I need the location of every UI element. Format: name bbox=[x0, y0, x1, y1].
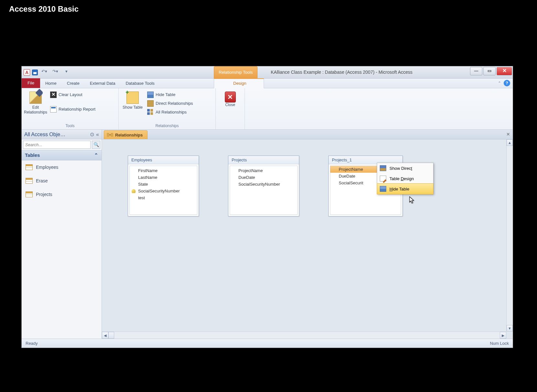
nav-group-label: Tables bbox=[25, 152, 40, 158]
nav-collapse-icon[interactable]: « bbox=[96, 132, 99, 137]
nav-item-projects[interactable]: Projects bbox=[22, 188, 102, 201]
context-menu-table-design[interactable]: Table Design bbox=[377, 173, 433, 184]
show-table-label: Show Table bbox=[123, 105, 143, 110]
field-item[interactable]: FirstName bbox=[130, 167, 197, 174]
table-icon bbox=[26, 191, 33, 197]
create-tab[interactable]: Create bbox=[62, 79, 85, 88]
field-item-key[interactable]: SocialSecurityNumber bbox=[130, 188, 197, 194]
scroll-right-button[interactable]: ▶ bbox=[500, 332, 506, 339]
status-right: Num Lock bbox=[490, 341, 509, 346]
redo-button[interactable]: ↷▾ bbox=[51, 69, 60, 76]
ribbon-tabs: File Home Create External Data Database … bbox=[22, 79, 513, 88]
direct-relationships-icon bbox=[147, 100, 154, 107]
contextual-tab-label: Relationship Tools bbox=[214, 66, 258, 78]
nav-pane-header[interactable]: All Access Obje… ⊙ « bbox=[22, 130, 102, 139]
status-bar: Ready Num Lock bbox=[22, 339, 513, 348]
qat-customize-button[interactable]: ▾ bbox=[62, 69, 71, 76]
vertical-scrollbar[interactable]: ▲ ▼ bbox=[506, 139, 513, 332]
main-area: Relationships ✕ Employees FirstName Last… bbox=[102, 130, 513, 339]
show-table-icon bbox=[126, 92, 139, 104]
context-menu-hide-table[interactable]: Hide Table bbox=[377, 183, 433, 194]
table-title[interactable]: Employees bbox=[128, 156, 199, 164]
window-title: KAlliance Class Example : Database (Acce… bbox=[271, 70, 412, 75]
relationships-tab-label: Relationships bbox=[115, 133, 143, 137]
nav-item-label: Employees bbox=[36, 165, 58, 170]
direct-relationships-label: Direct Relationships bbox=[156, 101, 193, 106]
hide-table-button[interactable]: Hide Table bbox=[146, 90, 194, 99]
search-input[interactable] bbox=[23, 141, 91, 149]
all-relationships-icon bbox=[147, 109, 154, 115]
database-tools-tab[interactable]: Database Tools bbox=[120, 79, 159, 88]
show-direct-icon bbox=[380, 165, 386, 171]
nav-item-label: Erase bbox=[36, 178, 48, 183]
field-item[interactable]: test bbox=[130, 194, 197, 201]
home-tab[interactable]: Home bbox=[40, 79, 62, 88]
table-design-icon bbox=[380, 176, 386, 181]
titlebar: A ↶▾ ↷▾ ▾ Relationship Tools KAlliance C… bbox=[22, 66, 513, 79]
field-item[interactable]: SocialSecurityNumber bbox=[230, 181, 297, 188]
status-left: Ready bbox=[26, 341, 38, 346]
search-button[interactable]: 🔍 bbox=[92, 141, 100, 149]
table-title[interactable]: Projects bbox=[228, 156, 299, 164]
hide-table-label: Hide Table bbox=[156, 92, 175, 97]
field-item[interactable]: LastName bbox=[130, 174, 197, 181]
close-tab-button[interactable]: ✕ bbox=[506, 132, 510, 137]
edit-relationships-label: Edit Relationships bbox=[24, 105, 47, 115]
save-icon[interactable] bbox=[32, 70, 38, 75]
close-window-button[interactable]: ✕ bbox=[497, 67, 512, 75]
edit-relationships-button[interactable]: Edit Relationships bbox=[25, 90, 46, 115]
nav-filter-dropdown-icon[interactable]: ⊙ bbox=[90, 131, 94, 137]
context-menu: Show Direct Table Design Hide Table bbox=[377, 163, 433, 194]
ribbon-group-tools: Edit Relationships ✕ Clear Layout Relati… bbox=[22, 88, 119, 129]
direct-relationships-button[interactable]: Direct Relationships bbox=[146, 99, 194, 108]
minimize-button[interactable]: — bbox=[470, 67, 482, 75]
nav-search: 🔍 bbox=[22, 139, 102, 150]
help-icon[interactable]: ? bbox=[504, 80, 510, 86]
ribbon: Edit Relationships ✕ Clear Layout Relati… bbox=[22, 88, 513, 130]
table-field-list: FirstName LastName State SocialSecurityN… bbox=[129, 166, 197, 215]
nav-group-tables[interactable]: Tables ⌃ bbox=[22, 150, 102, 160]
relationships-tab[interactable]: Relationships bbox=[104, 130, 148, 139]
undo-button[interactable]: ↶▾ bbox=[40, 69, 49, 76]
scroll-up-button[interactable]: ▲ bbox=[507, 139, 513, 146]
table-box-projects[interactable]: Projects ProjectName DueDate SocialSecur… bbox=[228, 156, 299, 216]
scroll-left-button[interactable]: ◀ bbox=[102, 332, 108, 339]
access-window: A ↶▾ ↷▾ ▾ Relationship Tools KAlliance C… bbox=[21, 66, 513, 348]
scroll-grip[interactable] bbox=[108, 332, 114, 339]
nav-item-employees[interactable]: Employees bbox=[22, 160, 102, 174]
access-app-icon[interactable]: A bbox=[24, 69, 30, 76]
clear-layout-label: Clear Layout bbox=[59, 92, 82, 97]
ribbon-collapse-button[interactable]: ⌃ bbox=[498, 81, 501, 85]
ribbon-group-relationships: Show Table Hide Table Direct Relationshi… bbox=[119, 88, 216, 129]
external-data-tab[interactable]: External Data bbox=[85, 79, 121, 88]
context-menu-label: Hide Table bbox=[389, 187, 409, 191]
close-label: Close bbox=[225, 103, 235, 107]
hide-table-icon bbox=[147, 92, 154, 98]
clear-layout-button[interactable]: ✕ Clear Layout bbox=[49, 90, 97, 99]
context-menu-label: Show Direct bbox=[389, 166, 412, 171]
document-tabs: Relationships ✕ bbox=[102, 130, 513, 139]
file-tab[interactable]: File bbox=[22, 78, 40, 88]
design-tab[interactable]: Design bbox=[228, 79, 251, 88]
quick-access-toolbar: A ↶▾ ↷▾ ▾ bbox=[22, 69, 71, 76]
field-item[interactable]: ProjectName bbox=[230, 167, 297, 174]
field-item[interactable]: State bbox=[130, 181, 197, 188]
show-table-button[interactable]: Show Table bbox=[122, 90, 143, 110]
maximize-button[interactable]: ▭ bbox=[483, 67, 496, 75]
horizontal-scrollbar[interactable]: ◀ ▶ bbox=[102, 332, 506, 339]
relationships-canvas[interactable]: Employees FirstName LastName State Socia… bbox=[102, 139, 513, 339]
nav-item-erase[interactable]: Erase bbox=[22, 174, 102, 188]
hide-table-icon bbox=[380, 186, 386, 192]
table-box-employees[interactable]: Employees FirstName LastName State Socia… bbox=[128, 156, 199, 216]
relationship-report-button[interactable]: Relationship Report bbox=[49, 105, 97, 114]
context-menu-show-direct[interactable]: Show Direct bbox=[377, 163, 433, 173]
field-item[interactable]: DueDate bbox=[230, 174, 297, 181]
all-relationships-label: All Relationships bbox=[156, 110, 187, 114]
mouse-cursor bbox=[409, 196, 415, 204]
close-button[interactable]: ✕ Close bbox=[221, 90, 239, 107]
edit-relationships-icon bbox=[29, 92, 42, 104]
scroll-down-button[interactable]: ▼ bbox=[507, 325, 513, 332]
relationship-report-icon bbox=[50, 106, 57, 113]
context-menu-label: Table Design bbox=[389, 176, 414, 181]
all-relationships-button[interactable]: All Relationships bbox=[146, 108, 194, 116]
